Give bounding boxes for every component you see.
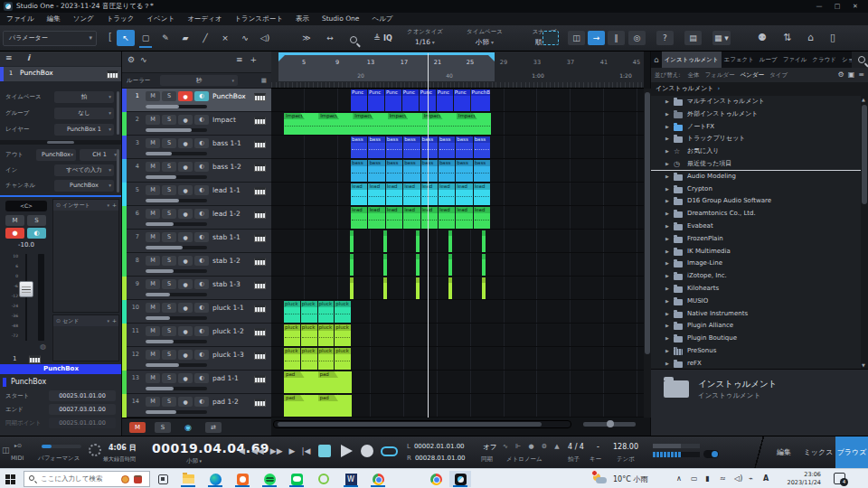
follow-icon[interactable]: ≫ — [298, 30, 315, 46]
track-mute-button[interactable]: M — [146, 350, 160, 360]
bend-tool[interactable]: ∿ — [236, 30, 254, 46]
expand-arrow-icon[interactable]: ▶ — [665, 183, 669, 196]
track-monitor-button[interactable]: ◐ — [194, 397, 209, 407]
orange-app-icon[interactable] — [231, 471, 253, 487]
insert-power-icon[interactable]: ⊙ — [56, 202, 61, 208]
track-monitor-button[interactable]: ◐ — [194, 185, 209, 195]
sort-ベンダー[interactable]: ベンダー — [741, 71, 764, 79]
track-record-button[interactable]: ● — [178, 209, 193, 219]
parameter-dropdown[interactable]: パラメーター — [3, 31, 97, 46]
track-volume-slider[interactable] — [146, 387, 207, 390]
loop-end-value[interactable]: 00028.01.01.00 — [415, 455, 466, 462]
track-monitor-button[interactable]: ◐ — [194, 232, 209, 242]
track-solo-button[interactable]: S — [162, 232, 176, 242]
inspector-track-header[interactable]: 1 PunchBox — [0, 67, 122, 81]
horizontal-scrollbar[interactable] — [273, 420, 571, 428]
track-monitor-button[interactable]: ◐ — [194, 350, 209, 360]
maximize-button[interactable]: □ — [828, 0, 846, 13]
tree-item-Audio Modeling[interactable]: ▶Audio Modeling — [651, 171, 861, 183]
arrange-row-lead 1-1[interactable]: leadleadleadleadleadleadleadlead — [271, 183, 644, 206]
pencil-tool[interactable]: ✎ — [156, 30, 175, 46]
track-solo-button[interactable]: S — [162, 303, 176, 313]
チャンネル-value[interactable]: PunchBox — [54, 180, 114, 192]
scroll-handle[interactable] — [862, 105, 867, 204]
clip-stab 1-3[interactable] — [482, 277, 486, 299]
tempo-value[interactable]: 128.00 — [613, 443, 638, 451]
clip-stab 1-2[interactable] — [482, 254, 486, 276]
track-volume-slider[interactable] — [146, 410, 207, 414]
add-send-button[interactable]: + — [112, 315, 117, 326]
track-volume-slider[interactable] — [146, 316, 207, 320]
track-volume-slider[interactable] — [146, 363, 207, 367]
tree-item-ノートFX[interactable]: ▶ノートFX — [651, 121, 861, 134]
track-monitor-button[interactable]: ◐ — [194, 209, 209, 219]
arrange-row-lead 1-2[interactable]: leadleadleadleadleadleadleadlead — [271, 206, 644, 230]
panel-view-icon[interactable]: ▣ — [848, 70, 855, 79]
同期ポイント-value[interactable]: 00025.01.01.00 — [49, 418, 116, 428]
inspector-info-icon[interactable]: i — [27, 53, 30, 62]
battery-icon[interactable]: ▮ — [705, 474, 709, 483]
track-monitor-button[interactable]: ◐ — [194, 303, 209, 313]
tree-item-Plugin Boutique[interactable]: ▶Plugin Boutique — [651, 333, 861, 345]
track-volume-slider[interactable] — [146, 269, 207, 273]
clip-stab 1-2[interactable] — [350, 254, 354, 276]
tree-item-外部インストゥルメント[interactable]: ▶外部インストゥルメント — [651, 108, 861, 121]
arrange-row-stab 1-1[interactable] — [271, 230, 644, 253]
inspector-menu-icon[interactable]: ≡ — [5, 53, 13, 62]
out-channel-value[interactable]: CH 1 — [80, 149, 119, 161]
clip-stab 1-3[interactable] — [383, 277, 387, 299]
list-icon[interactable]: ≡ — [236, 55, 250, 64]
track-volume-slider[interactable] — [146, 152, 207, 155]
clip-bass 1-2[interactable]: bassbassbassbassbassbassbassbass — [351, 160, 491, 182]
track-record-button[interactable]: ● — [178, 397, 193, 407]
clip-pluck 1-2[interactable]: pluckpluckpluckpluck — [284, 324, 352, 346]
task-view-button[interactable] — [152, 471, 174, 487]
spotify-icon[interactable] — [259, 471, 280, 487]
arrange-row-PunchBox[interactable]: PuncPuncPuncPuncPuncPuncPuncPunchB — [271, 89, 644, 112]
tools-icon[interactable]: ⚙ — [838, 70, 844, 79]
browser-scrollbar[interactable]: ▲▼ — [861, 96, 868, 369]
track-solo-button[interactable]: S — [162, 397, 176, 407]
グループ-value[interactable]: なし — [54, 108, 114, 119]
expand-arrow-icon[interactable]: ▶ — [665, 283, 669, 296]
track-mute-button[interactable]: M — [146, 326, 160, 336]
track-record-button[interactable]: ● — [178, 279, 193, 289]
track-record-button[interactable]: ● — [178, 303, 193, 313]
target-button[interactable]: ◎ — [628, 31, 646, 45]
clip-stab 1-3[interactable] — [350, 277, 354, 299]
track-mute-button[interactable]: M — [146, 162, 160, 172]
expand-arrow-icon[interactable]: ▶ — [665, 296, 669, 308]
metronome-icons[interactable]: ∿ ⊩ ● ⚙ ▲ — [503, 443, 562, 450]
follow-playhead-button[interactable]: → — [588, 31, 605, 45]
タイムベース-value[interactable]: 拍 — [54, 91, 114, 103]
ruler-unit-dropdown[interactable]: 秒 — [160, 75, 238, 86]
mode-ミックス[interactable]: ミックス — [801, 436, 835, 469]
clip-pad 1-2[interactable]: padpad — [284, 395, 352, 417]
track-volume-slider[interactable] — [146, 128, 207, 132]
track-solo-button[interactable]: S — [162, 91, 176, 101]
list-view-icon[interactable]: ≡ — [858, 70, 864, 79]
tree-item-Evabeat[interactable]: ▶Evabeat — [651, 221, 861, 233]
tab-クラウド[interactable]: クラウド — [809, 52, 839, 68]
taskbar-search-box[interactable]: ここに入力して検索 — [24, 471, 150, 487]
tab-ショップ[interactable]: ショップ — [839, 52, 852, 68]
track-header-lead 1-1[interactable]: 5MS●◐lead 1-1 — [122, 183, 271, 206]
expand-arrow-icon[interactable]: ▶ — [665, 333, 669, 345]
solo-all-button[interactable]: S — [155, 422, 171, 433]
vertical-scrollbar[interactable] — [644, 89, 651, 418]
expand-arrow-icon[interactable]: ▶ — [665, 258, 669, 270]
line-icon[interactable] — [286, 471, 307, 487]
meter-toggle[interactable] — [703, 450, 719, 458]
user-icon[interactable]: ⚉ — [758, 30, 767, 46]
sync-icon[interactable]: ⇅ — [783, 30, 791, 46]
clip-stab 1-2[interactable] — [448, 254, 452, 276]
expand-arrow-icon[interactable]: ▶ — [665, 270, 669, 283]
pen-icon[interactable]: ⌁ — [749, 474, 753, 483]
track-record-button[interactable]: ● — [178, 91, 193, 101]
arrange-row-Impact[interactable]: ImpactImpactImpactImpactImpactImpact — [271, 112, 644, 136]
track-header-pluck 1-3[interactable]: 12MS●◐pluck 1-3 — [122, 347, 271, 371]
timeline-ruler[interactable]: 59131721252933374145 20401:001:20 — [271, 52, 644, 89]
track-solo-button[interactable]: S — [162, 138, 176, 148]
inspector-divider[interactable] — [0, 140, 122, 145]
solo-button[interactable]: S — [27, 215, 46, 226]
